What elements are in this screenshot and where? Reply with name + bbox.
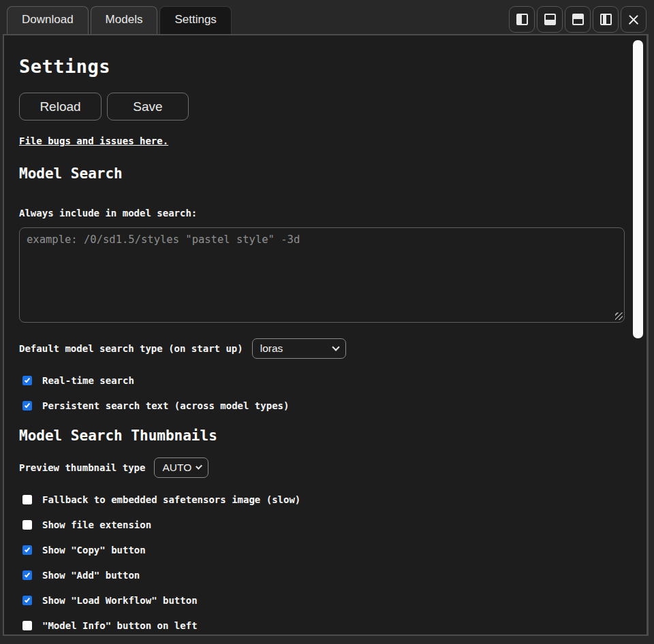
vertical-scrollbar-thumb[interactable]: [633, 40, 643, 338]
model-search-heading: Model Search: [19, 165, 619, 182]
settings-content: Settings Reload Save File bugs and issue…: [4, 35, 647, 636]
persistent-search-label[interactable]: Persistent search text (across model typ…: [42, 400, 289, 411]
dock-top-icon: [572, 14, 584, 25]
dock-right-icon: [600, 14, 612, 25]
show-add-button-checkbox[interactable]: [22, 570, 32, 580]
model-info-left-row: "Model Info" button on left: [22, 620, 619, 631]
tab-settings[interactable]: Settings: [159, 6, 231, 34]
show-copy-button-row: Show "Copy" button: [22, 545, 619, 556]
show-copy-button-checkbox[interactable]: [22, 545, 32, 555]
dock-left-icon: [516, 14, 528, 25]
model-info-left-checkbox[interactable]: [22, 621, 32, 630]
textarea-resize-handle[interactable]: [615, 312, 623, 320]
default-search-type-row: Default model search type (on start up) …: [19, 338, 619, 359]
show-load-workflow-row: Show "Load Workflow" button: [22, 595, 619, 606]
show-add-button-row: Show "Add" button: [22, 570, 619, 581]
always-include-wrap: [19, 227, 625, 323]
fallback-safetensors-row: Fallback to embedded safetensors image (…: [22, 494, 619, 505]
close-icon: [627, 13, 640, 27]
reload-button[interactable]: Reload: [19, 93, 102, 120]
persistent-search-row: Persistent search text (across model typ…: [22, 400, 619, 411]
action-row: Reload Save: [19, 93, 619, 120]
fallback-safetensors-checkbox[interactable]: [22, 495, 32, 504]
show-file-extension-label[interactable]: Show file extension: [42, 519, 151, 530]
dock-top-button[interactable]: [565, 6, 591, 33]
file-bugs-link[interactable]: File bugs and issues here.: [19, 135, 168, 146]
dock-bottom-button[interactable]: [537, 6, 563, 33]
show-add-button-label[interactable]: Show "Add" button: [42, 570, 140, 581]
tab-models[interactable]: Models: [91, 6, 158, 34]
preview-thumbnail-type-value: AUTO: [162, 462, 191, 474]
show-file-extension-row: Show file extension: [22, 519, 619, 530]
model-info-left-label[interactable]: "Model Info" button on left: [42, 620, 198, 631]
page-title: Settings: [19, 56, 619, 77]
chevron-down-icon: [332, 343, 339, 351]
realtime-search-label[interactable]: Real-time search: [42, 375, 134, 386]
realtime-search-checkbox[interactable]: [22, 376, 32, 385]
always-include-textarea[interactable]: [19, 227, 625, 323]
preview-thumbnail-type-row: Preview thumbnail type AUTO: [19, 457, 619, 478]
dock-bottom-icon: [544, 14, 556, 25]
default-search-type-value: loras: [260, 342, 283, 355]
fallback-safetensors-label[interactable]: Fallback to embedded safetensors image (…: [42, 494, 300, 505]
chevron-down-icon: [196, 463, 202, 470]
preview-thumbnail-type-label: Preview thumbnail type: [19, 462, 145, 473]
dock-right-button[interactable]: [593, 6, 619, 33]
settings-panel: Settings Reload Save File bugs and issue…: [3, 34, 649, 636]
save-button[interactable]: Save: [107, 93, 189, 120]
show-copy-button-label[interactable]: Show "Copy" button: [42, 545, 146, 556]
window-controls: [509, 6, 647, 33]
close-button[interactable]: [621, 6, 647, 33]
show-load-workflow-checkbox[interactable]: [22, 596, 32, 605]
tab-download[interactable]: Download: [7, 6, 89, 34]
persistent-search-checkbox[interactable]: [22, 401, 32, 410]
show-load-workflow-label[interactable]: Show "Load Workflow" button: [42, 595, 198, 606]
realtime-search-row: Real-time search: [22, 375, 619, 386]
default-search-type-select[interactable]: loras: [252, 338, 346, 359]
preview-thumbnail-type-select[interactable]: AUTO: [154, 457, 208, 478]
tab-strip: Download Models Settings: [7, 6, 232, 34]
default-search-type-label: Default model search type (on start up): [19, 343, 243, 354]
show-file-extension-checkbox[interactable]: [22, 520, 32, 530]
thumbnails-heading: Model Search Thumbnails: [19, 428, 619, 444]
dock-left-button[interactable]: [509, 6, 535, 33]
always-include-label: Always include in model search:: [19, 208, 619, 219]
tab-bar: Download Models Settings: [0, 0, 654, 34]
